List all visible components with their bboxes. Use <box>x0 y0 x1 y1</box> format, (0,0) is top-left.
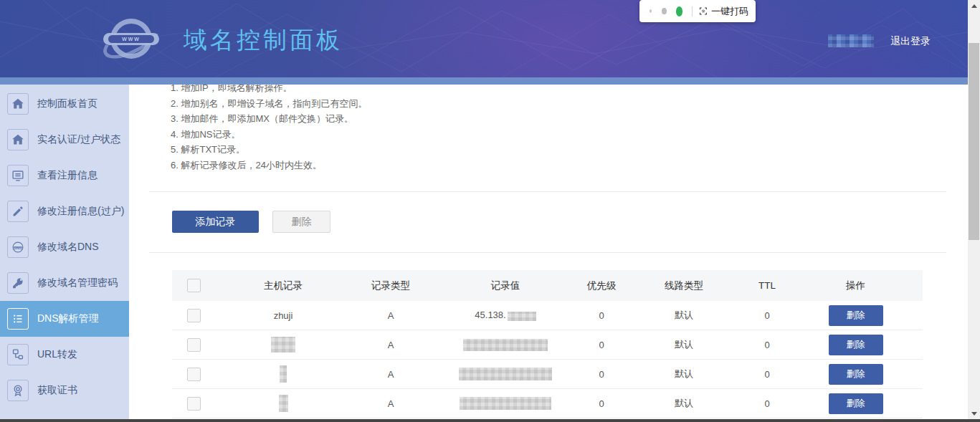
scrollbar-up-button[interactable] <box>968 0 980 12</box>
cell-host <box>215 395 351 412</box>
delete-selected-button[interactable]: 删除 <box>272 211 330 233</box>
cell-type: A <box>351 310 430 321</box>
masked-value <box>508 312 536 321</box>
triangle-up-icon <box>971 4 977 8</box>
certificate-icon <box>7 380 29 401</box>
sidebar-item[interactable]: DNS解析管理 <box>0 301 129 337</box>
row-checkbox[interactable] <box>187 397 201 411</box>
row-delete-button[interactable]: 删除 <box>829 364 883 385</box>
row-checkbox[interactable] <box>187 368 201 381</box>
cell-line-type: 默认 <box>622 338 746 351</box>
sidebar-item[interactable]: 实名认证/过户状态 <box>0 122 129 158</box>
username-masked <box>828 34 874 47</box>
qr-scan-icon: ※ <box>699 5 708 17</box>
add-record-button[interactable]: 添加记录 <box>172 211 259 233</box>
widget-status-dot-green[interactable] <box>676 6 683 16</box>
col-header-host: 主机记录 <box>215 279 351 292</box>
cell-host: zhuji <box>215 310 351 321</box>
widget-medium-dot[interactable] <box>662 8 666 14</box>
home-icon <box>7 129 29 150</box>
cell-priority: 0 <box>581 369 622 380</box>
sidebar-item-label: 修改域名DNS <box>37 241 99 254</box>
cell-priority: 0 <box>581 310 622 321</box>
row-checkbox[interactable] <box>187 338 201 352</box>
sidebar-item-label: 获取证书 <box>37 384 77 397</box>
globe-www-logo-icon: www <box>102 17 173 62</box>
sidebar-item[interactable]: 修改注册信息(过户) <box>0 193 129 229</box>
sidebar-item-label: DNS解析管理 <box>37 312 99 325</box>
home-icon <box>7 93 29 115</box>
instruction-line: 5. 解析TXT记录。 <box>171 142 367 158</box>
sidebar-item[interactable]: 查看注册信息 <box>0 158 129 193</box>
masked-value <box>460 397 551 410</box>
sidebar-item[interactable]: URL转发 <box>0 337 129 373</box>
instruction-line: 4. 增加NS记录。 <box>171 127 367 143</box>
scrollbar-thumb[interactable] <box>969 43 979 240</box>
widget-divider <box>692 6 693 16</box>
instruction-line: 1. 增加IP，即域名解析操作。 <box>171 85 367 96</box>
instruction-line: 3. 增加邮件，即添加MX（邮件交换）记录。 <box>171 111 367 127</box>
table-row: zhuji A 45.138. 0 默认 0 删除 <box>172 301 923 330</box>
masked-value <box>463 339 548 351</box>
row-delete-button[interactable]: 删除 <box>829 305 883 326</box>
table-row: A 0 默认 0 删除 <box>172 330 923 360</box>
dns-records-table: 主机记录 记录类型 记录值 优先级 线路类型 TTL 操作 zhuji A 45… <box>172 270 923 422</box>
cell-priority: 0 <box>581 398 622 409</box>
header-bottom-strip <box>0 77 968 85</box>
main-content: 1. 增加IP，即域名解析操作。2. 增加别名，即增设子域名，指向到已有空间。3… <box>129 85 968 422</box>
masked-value <box>271 337 295 353</box>
sidebar-item-label: 修改注册信息(过户) <box>37 205 124 218</box>
cell-priority: 0 <box>581 340 622 350</box>
svg-text:DNS: DNS <box>14 246 22 250</box>
sidebar-item[interactable]: DNS 修改域名DNS <box>0 229 129 265</box>
row-delete-button[interactable]: 删除 <box>829 393 883 414</box>
vertical-scrollbar[interactable] <box>968 0 980 422</box>
svg-text:※: ※ <box>701 9 705 14</box>
cell-type: A <box>351 340 430 350</box>
sidebar-item[interactable]: 获取证书 <box>0 373 129 408</box>
cell-value <box>430 338 581 350</box>
instruction-line: 2. 增加别名，即增设子域名，指向到已有空间。 <box>171 96 367 112</box>
col-header-line: 线路类型 <box>622 279 746 292</box>
row-checkbox[interactable] <box>187 309 201 322</box>
taskbar-edge <box>0 419 980 422</box>
divider <box>149 191 946 192</box>
col-header-action: 操作 <box>789 279 923 292</box>
cell-host <box>215 337 351 353</box>
select-all-checkbox[interactable] <box>187 279 201 292</box>
cell-type: A <box>351 369 430 380</box>
captcha-widget-label[interactable]: 一键打码 <box>711 5 748 18</box>
logout-link[interactable]: 退出登录 <box>890 35 931 48</box>
widget-small-dot[interactable] <box>650 9 652 13</box>
cell-line-type: 默认 <box>622 368 746 380</box>
cell-host <box>215 365 351 383</box>
col-header-type: 记录类型 <box>351 279 430 292</box>
sidebar-item-label: 实名认证/过户状态 <box>37 133 120 146</box>
captcha-helper-widget[interactable]: ※ 一键打码 <box>639 0 756 22</box>
masked-value <box>280 365 287 383</box>
cell-type: A <box>351 398 430 409</box>
header: www 域名控制面板 退出登录 <box>0 0 968 77</box>
url-forward-icon <box>7 344 29 365</box>
cell-value: 45.138. <box>430 310 581 320</box>
col-header-ttl: TTL <box>746 280 789 291</box>
instruction-line: 6. 解析记录修改后，24小时内生效。 <box>171 158 367 173</box>
pencil-icon <box>7 201 29 222</box>
scrollbar-down-button[interactable] <box>968 408 980 420</box>
sidebar-item-label: 控制面板首页 <box>37 97 97 110</box>
cell-ttl: 0 <box>746 398 789 409</box>
sidebar-item-label: 修改域名管理密码 <box>37 277 118 289</box>
cell-value <box>430 397 581 410</box>
sidebar-item[interactable]: 修改域名管理密码 <box>0 265 129 301</box>
triangle-down-icon <box>971 412 977 416</box>
sidebar-item[interactable]: 控制面板首页 <box>0 86 129 122</box>
cell-ttl: 0 <box>746 340 789 350</box>
domain-control-panel-window: www 域名控制面板 退出登录 ※ 一键打码 控制面板首页 实名认证/过户状态 … <box>0 0 980 422</box>
list-icon <box>7 308 29 330</box>
col-header-value: 记录值 <box>430 279 581 292</box>
sidebar-item-label: URL转发 <box>37 348 77 361</box>
table-row: A 0 默认 0 删除 <box>172 389 923 418</box>
logo-www-text: www <box>108 35 154 43</box>
instructions-list: 1. 增加IP，即域名解析操作。2. 增加别名，即增设子域名，指向到已有空间。3… <box>171 85 367 173</box>
row-delete-button[interactable]: 删除 <box>829 335 883 355</box>
